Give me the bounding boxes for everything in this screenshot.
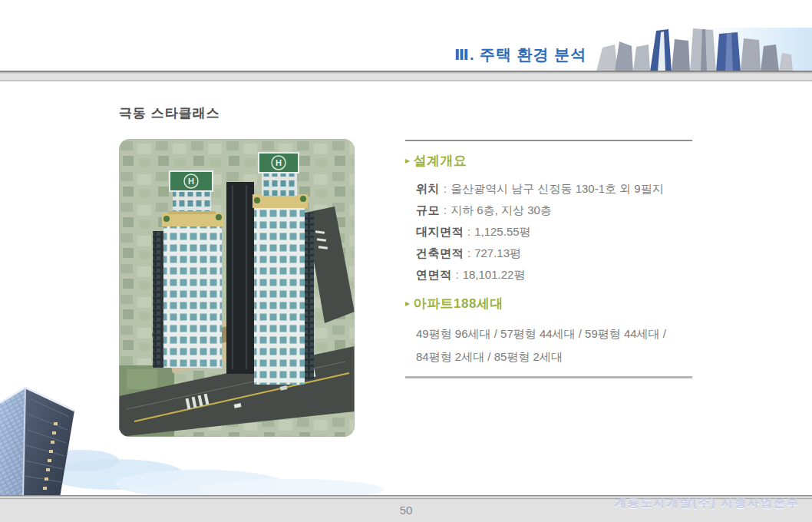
helipad-h-mark: H [188,177,194,186]
company-watermark: 계룡도시개발(주) 시행사업본부 [615,496,800,510]
detail-row-gross-floor-area: 연면적:18,101.22평 [416,264,692,286]
detail-row-scale: 규모:지하 6층, 지상 30층 [416,200,692,221]
triangle-bullet-icon: ▸ [405,298,411,309]
apartment-heading-label: 아파트188세대 [414,296,503,311]
helipad-h-mark: H [276,158,282,167]
detail-row-site-area: 대지면적:1,125.55평 [416,221,692,243]
detail-row-location: 위치:울산광역시 남구 신정동 130-1호 외 9필지 [416,178,692,200]
design-overview-heading: ▸설계개요 [405,152,692,167]
project-title: 극동 스타클래스 [119,104,220,122]
apartment-unit-mix-line1: 49평형 96세대 / 57평형 44세대 / 59평형 44세대 / [416,322,692,345]
info-panel: ▸설계개요 위치:울산광역시 남구 신정동 130-1호 외 9필지 규모:지하… [405,140,692,378]
design-overview-heading-label: 설계개요 [414,154,467,168]
triangle-bullet-icon: ▸ [405,155,411,166]
apartment-unit-mix: 49평형 96세대 / 57평형 44세대 / 59평형 44세대 / 84평형… [416,322,692,368]
header-divider-bar [0,71,812,83]
panel-divider-top [405,140,692,141]
section-title: Ⅲ. 주택 환경 분석 [454,45,586,65]
apartment-unit-mix-line2: 84평형 2세대 / 85평형 2세대 [416,345,692,368]
corner-building-image [0,368,430,497]
presentation-slide: Ⅲ. 주택 환경 분석 극동 스타클래스 [0,0,812,522]
apartment-heading: ▸아파트188세대 [405,295,692,310]
design-overview-list: 위치:울산광역시 남구 신정동 130-1호 외 9필지 규모:지하 6층, 지… [416,178,692,286]
panel-divider-bottom [405,376,692,378]
detail-row-building-area: 건축면적:727.13평 [416,243,692,264]
skyline-header-image [595,28,812,71]
